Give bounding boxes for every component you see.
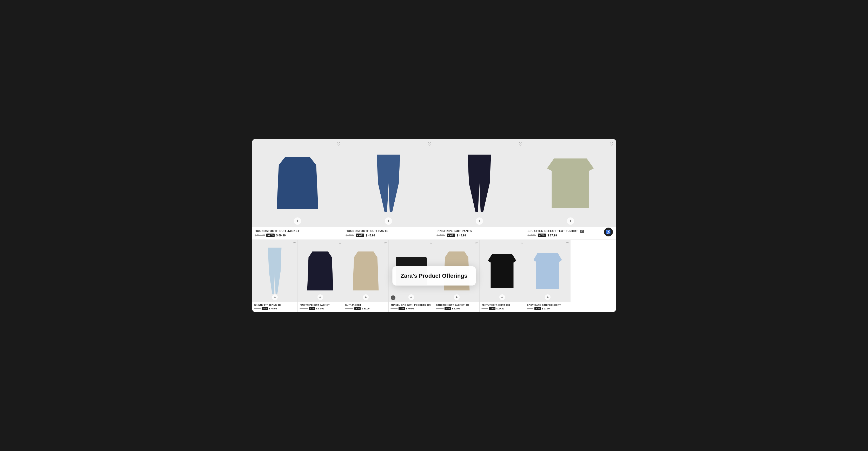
pants-blue-shape [375, 155, 401, 212]
product-info-splatter-tshirt: SPLATTER EFFECT TEXT T-SHIRT +1 $ 89.99 … [525, 227, 616, 239]
price-original: $ 159.00 [300, 307, 308, 310]
product-name-text: SPLATTER EFFECT TEXT T-SHIRT [528, 229, 578, 232]
blazer-dark-shape [307, 252, 333, 290]
price-sale: $ 27.99 [542, 307, 550, 310]
product-name: SPLATTER EFFECT TEXT T-SHIRT +1 [528, 229, 613, 232]
main-container: + ♡ HOUNDSTOOTH SUIT JACKET $ 159.00 -43… [252, 139, 616, 312]
price-row: $ 89.90 -34% $ 45.99 [437, 233, 522, 237]
price-row: $59.90 -34% $ 45.99 [254, 307, 296, 310]
price-discount-badge: -34% [356, 233, 364, 237]
wishlist-button[interactable]: ♡ [428, 141, 431, 147]
jacket-navy-image [261, 143, 334, 223]
price-sale: $ 27.99 [496, 307, 504, 310]
price-row: $ 159.00 -43% $ 83.99 [300, 307, 341, 310]
price-sale: $ 89.90 [362, 307, 369, 310]
product-info-easy-care-shirt: EASY CARE STRIPED SHIRT $49.90 -35% $ 27… [525, 302, 570, 312]
product-info-houndstooth-pants: HOUNDSTOOTH SUIT PANTS $ 89.90 -34% $ 45… [343, 227, 434, 239]
wishlist-button[interactable]: ♡ [293, 241, 296, 245]
product-image-houndstooth-jacket[interactable]: + [252, 139, 343, 227]
price-row: $ 159.00 -35% $ 89.90 [345, 307, 386, 310]
product-card-houndstooth-pants: + ♡ HOUNDSTOOTH SUIT PANTS $ 89.90 -34% … [343, 139, 434, 239]
product-name: HOUNDSTOOTH SUIT JACKET [255, 229, 340, 232]
wishlist-button[interactable]: ♡ [339, 241, 341, 245]
product-image-pinstripe-pants[interactable]: + [434, 139, 525, 227]
price-discount-badge: -55% [399, 307, 405, 310]
product-card-pinstripe-jacket: + ♡ PINSTRIPE SUIT JACKET $ 159.00 -43% … [298, 240, 343, 312]
wishlist-button[interactable]: ♡ [337, 141, 340, 147]
price-sale: $ 83.99 [316, 307, 324, 310]
add-to-cart-button[interactable]: + [272, 294, 278, 300]
product-grid-top: + ♡ HOUNDSTOOTH SUIT JACKET $ 159.00 -43… [252, 139, 616, 240]
price-original: $ 89.90 [346, 234, 354, 237]
product-image-splatter-tshirt[interactable]: + [525, 139, 616, 227]
color-count-badge: +1 [427, 304, 431, 306]
wishlist-button[interactable]: ♡ [430, 241, 432, 245]
product-image-easy-care-shirt[interactable]: + [525, 240, 570, 302]
product-card-textured-tshirt: + ♡ TEXTURED T-SHIRT +3 $39.90 -29% $ 27… [479, 240, 525, 312]
color-count-badge: +1 [580, 230, 584, 233]
wishlist-button[interactable]: ♡ [610, 141, 613, 147]
product-card-houndstooth-jacket: + ♡ HOUNDSTOOTH SUIT JACKET $ 159.00 -43… [252, 139, 343, 239]
product-image-stretch-jacket[interactable]: + [434, 240, 479, 302]
product-name-text: TEXTURED T-SHIRT [482, 304, 505, 306]
pants-dark-shape [466, 155, 492, 212]
price-row: $ 89.90 -34% $ 45.99 [346, 233, 431, 237]
add-to-cart-button[interactable]: + [385, 218, 392, 225]
price-original: $39.90 [482, 307, 488, 310]
price-sale: $ 45.99 [457, 234, 466, 237]
wishlist-button[interactable]: ♡ [475, 241, 478, 245]
product-info-skinny-jeans: SKINNY FIT JEANS +2 $59.90 -34% $ 45.99 [252, 302, 298, 312]
product-name: SUIT JACKET [345, 304, 386, 306]
jeans-light-shape [266, 248, 283, 294]
color-count-badge: +3 [506, 304, 510, 306]
add-to-cart-button[interactable]: + [499, 294, 505, 300]
product-info-suit-jacket: SUIT JACKET $ 159.00 -35% $ 89.90 [343, 302, 389, 312]
price-sale: $ 49.90 [406, 307, 414, 310]
price-sale: $ 45.99 [366, 234, 375, 237]
info-button[interactable]: ℹ [391, 295, 396, 300]
bag-black-shape [396, 257, 427, 285]
add-to-cart-button[interactable]: + [363, 294, 369, 300]
product-name: STRETCH SUIT JACKET +2 [436, 304, 477, 306]
product-card-splatter-tshirt: + ♡ SPLATTER EFFECT TEXT T-SHIRT +1 $ 89… [525, 139, 616, 239]
add-to-cart-button[interactable]: + [317, 294, 323, 300]
add-to-cart-button[interactable]: + [294, 218, 301, 225]
product-image-skinny-jeans[interactable]: + [252, 240, 298, 302]
wishlist-button[interactable]: ♡ [566, 241, 569, 245]
price-discount-badge: -34% [261, 307, 268, 310]
wishlist-button[interactable]: ♡ [384, 241, 387, 245]
price-row: $ 89.99 -29% $ 27.99 [528, 233, 613, 237]
add-to-cart-button[interactable]: + [567, 218, 574, 225]
product-card-stretch-jacket: + ♡ STRETCH SUIT JACKET +2 $109.00 -45% … [434, 240, 479, 312]
price-original: $59.90 [254, 307, 260, 310]
product-image-suit-jacket[interactable]: + [343, 240, 389, 302]
add-to-cart-button[interactable]: + [545, 294, 551, 300]
product-name: TEXTURED T-SHIRT +3 [482, 304, 523, 306]
wishlist-button[interactable]: ♡ [519, 141, 522, 147]
pants-blue-image [352, 143, 425, 223]
product-info-houndstooth-jacket: HOUNDSTOOTH SUIT JACKET $ 159.00 -43% $ … [252, 227, 343, 239]
price-original: $ 89.90 [437, 234, 445, 237]
price-discount-badge: -29% [538, 233, 546, 237]
product-name: PINSTRIPE SUIT PANTS [437, 229, 522, 232]
product-card-skinny-jeans: + ♡ SKINNY FIT JEANS +2 $59.90 -34% $ 45… [252, 240, 298, 312]
add-to-cart-button[interactable]: + [476, 218, 483, 225]
accessibility-button[interactable]: ♿ [604, 228, 613, 236]
add-to-cart-button[interactable]: + [454, 294, 460, 300]
product-name-text: TRAVEL BAG WITH POCKETS [391, 304, 426, 306]
product-card-easy-care-shirt: + ♡ EASY CARE STRIPED SHIRT $49.90 -35% … [525, 240, 570, 312]
product-image-pinstripe-jacket[interactable]: + [298, 240, 343, 302]
bottom-section: Zara's Product Offerings + ♡ SKINNY FIT … [252, 240, 616, 312]
price-discount-badge: -29% [489, 307, 495, 310]
pants-dark-image [443, 143, 516, 223]
product-name-text: SKINNY FIT JEANS [254, 304, 277, 306]
wishlist-button[interactable]: ♡ [520, 241, 523, 245]
product-image-houndstooth-pants[interactable]: + [343, 139, 434, 227]
product-image-textured-tshirt[interactable]: + [479, 240, 525, 302]
price-discount-badge: -35% [354, 307, 361, 310]
price-row: $ 159.00 -43% $ 89.99 [255, 233, 340, 237]
product-image-travel-bag[interactable]: ℹ + [389, 240, 434, 302]
price-discount-badge: -35% [534, 307, 541, 310]
product-name: EASY CARE STRIPED SHIRT [527, 304, 568, 306]
add-to-cart-button[interactable]: + [408, 294, 414, 300]
